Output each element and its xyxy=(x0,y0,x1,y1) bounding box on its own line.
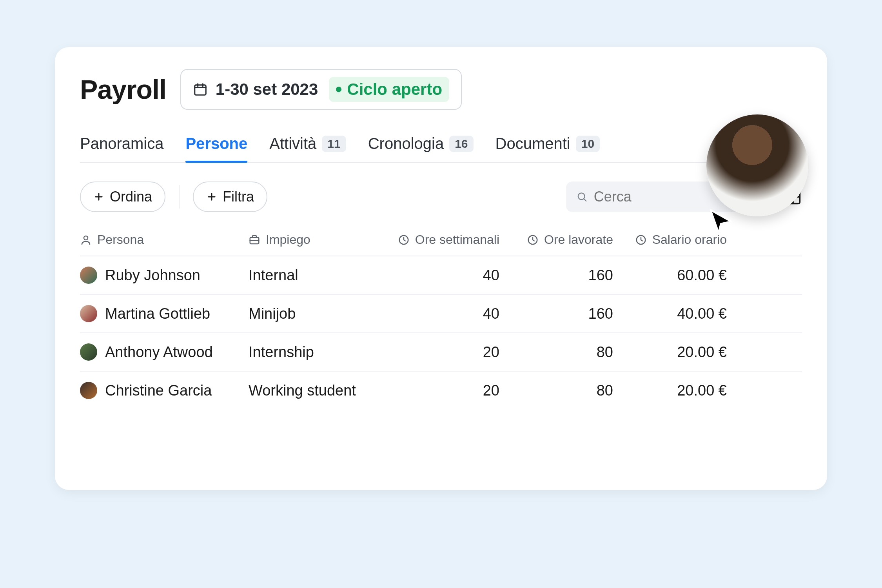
table-header: Persona Impiego Ore settimanali Ore lavo… xyxy=(80,232,802,256)
cell-weekly-hours: 20 xyxy=(382,344,499,361)
tab-persone[interactable]: Persone xyxy=(185,135,247,162)
sort-label: Ordina xyxy=(110,189,152,205)
avatar xyxy=(80,267,97,284)
avatar xyxy=(80,382,97,399)
col-label: Impiego xyxy=(266,232,310,247)
svg-point-3 xyxy=(84,236,88,240)
status-dot-icon xyxy=(336,87,341,92)
svg-rect-0 xyxy=(195,85,206,95)
clock-icon xyxy=(398,234,410,246)
period-label: 1-30 set 2023 xyxy=(216,80,318,99)
cell-person: Anthony Atwood xyxy=(80,343,249,361)
col-employment[interactable]: Impiego xyxy=(249,232,382,247)
cell-hourly-wage: 20.00 € xyxy=(613,382,727,399)
col-label: Ore settimanali xyxy=(415,232,499,247)
cell-employment: Internal xyxy=(249,267,382,284)
cell-worked-hours: 80 xyxy=(499,344,613,361)
cell-weekly-hours: 20 xyxy=(382,382,499,399)
clock-icon xyxy=(635,234,647,246)
col-weekly-hours[interactable]: Ore settimanali xyxy=(382,232,499,247)
plus-icon xyxy=(206,191,217,202)
tab-count-badge: 16 xyxy=(449,136,473,152)
tab-cronologia[interactable]: Cronologia 16 xyxy=(368,135,474,162)
cycle-status-badge: Ciclo aperto xyxy=(329,77,449,102)
table-row[interactable]: Ruby Johnson Internal 40 160 60.00 € xyxy=(80,256,802,295)
people-table: Persona Impiego Ore settimanali Ore lavo… xyxy=(80,232,802,409)
cell-worked-hours: 160 xyxy=(499,305,613,322)
toolbar-divider xyxy=(179,185,180,209)
avatar xyxy=(80,343,97,361)
sort-button[interactable]: Ordina xyxy=(80,181,165,212)
search-icon xyxy=(576,191,588,203)
person-name: Martina Gottlieb xyxy=(105,305,210,322)
tab-label: Attività xyxy=(269,135,316,152)
clock-icon xyxy=(527,234,539,246)
person-icon xyxy=(80,234,92,246)
col-label: Persona xyxy=(97,232,144,247)
cell-person: Martina Gottlieb xyxy=(80,305,249,322)
col-worked-hours[interactable]: Ore lavorate xyxy=(499,232,613,247)
table-row[interactable]: Anthony Atwood Internship 20 80 20.00 € xyxy=(80,333,802,372)
cycle-status-label: Ciclo aperto xyxy=(347,80,442,99)
briefcase-icon xyxy=(249,234,260,246)
col-person[interactable]: Persona xyxy=(80,232,249,247)
plus-icon xyxy=(93,191,104,202)
person-name: Ruby Johnson xyxy=(105,267,200,284)
col-label: Ore lavorate xyxy=(544,232,613,247)
tab-label: Panoramica xyxy=(80,135,163,152)
tab-count-badge: 10 xyxy=(576,136,600,152)
person-name: Christine Garcia xyxy=(105,382,212,399)
period-selector[interactable]: 1-30 set 2023 Ciclo aperto xyxy=(180,69,462,110)
cell-worked-hours: 160 xyxy=(499,267,613,284)
person-name: Anthony Atwood xyxy=(105,344,213,361)
payroll-card: Payroll 1-30 set 2023 Ciclo aperto Panor… xyxy=(55,47,827,490)
tab-documenti[interactable]: Documenti 10 xyxy=(495,135,600,162)
cursor-icon xyxy=(707,208,735,235)
cell-employment: Internship xyxy=(249,344,382,361)
cell-weekly-hours: 40 xyxy=(382,267,499,284)
cell-person: Christine Garcia xyxy=(80,382,249,399)
filter-button[interactable]: Filtra xyxy=(193,181,267,212)
user-avatar-large[interactable] xyxy=(706,114,808,216)
tab-label: Persone xyxy=(185,135,247,152)
toolbar: Ordina Filtra xyxy=(80,181,802,212)
tabs: Panoramica Persone Attività 11 Cronologi… xyxy=(80,135,802,163)
page-title: Payroll xyxy=(80,74,166,105)
cell-hourly-wage: 40.00 € xyxy=(613,305,727,322)
table-row[interactable]: Martina Gottlieb Minijob 40 160 40.00 € xyxy=(80,295,802,333)
tab-label: Documenti xyxy=(495,135,570,152)
calendar-icon xyxy=(193,82,208,97)
cell-employment: Working student xyxy=(249,382,382,399)
filter-label: Filtra xyxy=(223,189,254,205)
header: Payroll 1-30 set 2023 Ciclo aperto xyxy=(80,69,802,110)
cell-employment: Minijob xyxy=(249,305,382,322)
tab-count-badge: 11 xyxy=(322,136,346,152)
table-row[interactable]: Christine Garcia Working student 20 80 2… xyxy=(80,372,802,409)
tab-panoramica[interactable]: Panoramica xyxy=(80,135,163,162)
cell-hourly-wage: 60.00 € xyxy=(613,267,727,284)
avatar xyxy=(80,305,97,322)
cell-weekly-hours: 40 xyxy=(382,305,499,322)
cell-worked-hours: 80 xyxy=(499,382,613,399)
cell-hourly-wage: 20.00 € xyxy=(613,344,727,361)
tab-label: Cronologia xyxy=(368,135,444,152)
tab-attivita[interactable]: Attività 11 xyxy=(269,135,346,162)
cell-person: Ruby Johnson xyxy=(80,267,249,284)
svg-point-1 xyxy=(578,193,585,200)
